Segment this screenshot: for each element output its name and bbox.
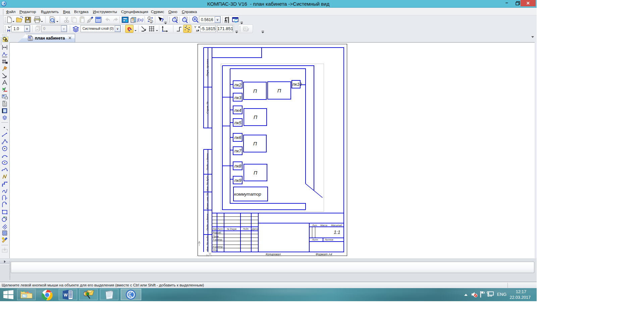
svg-text:Н.контр.: Н.контр. <box>213 245 223 248</box>
svg-text:Лист: Лист <box>217 228 223 230</box>
svg-text:пк8: пк8 <box>234 163 241 169</box>
svg-text:Разраб.: Разраб. <box>213 231 222 234</box>
svg-text:1:1: 1:1 <box>334 229 340 235</box>
svg-text:пк10: пк10 <box>292 82 302 87</box>
svg-text:1: 1 <box>149 17 150 20</box>
svg-text:пк3: пк3 <box>234 95 241 100</box>
svg-text:пк5: пк5 <box>234 120 241 125</box>
svg-text:Утв.: Утв. <box>212 249 218 252</box>
svg-text:П: П <box>254 114 257 120</box>
svg-text:№ докум.: № докум. <box>227 228 237 230</box>
svg-text:Дата: Дата <box>252 228 258 230</box>
svg-text:пк4: пк4 <box>234 108 241 113</box>
svg-text:пк7: пк7 <box>234 148 241 153</box>
svg-text:Подп. и дата: Подп. и дата <box>206 153 209 170</box>
svg-text:пк2: пк2 <box>234 82 241 87</box>
svg-text:пк6: пк6 <box>234 135 241 140</box>
svg-text:Масштаб: Масштаб <box>331 224 342 226</box>
svg-text:Взам. инв. №: Взам. инв. № <box>206 193 209 209</box>
svg-text:Листов: Листов <box>324 239 333 241</box>
svg-text:коммутатор: коммутатор <box>234 192 261 197</box>
svg-text:Лит.: Лит. <box>312 224 318 226</box>
svg-text:Лист: Лист <box>312 239 318 241</box>
svg-text:?: ? <box>161 17 164 23</box>
svg-text:Подп. и дата: Подп. и дата <box>206 213 209 230</box>
svg-text:2: 2 <box>151 20 152 23</box>
svg-text:f(x): f(x) <box>137 17 143 22</box>
svg-text:Перв. примен.: Перв. примен. <box>206 58 209 76</box>
svg-text:Изм: Изм <box>213 228 217 230</box>
svg-text:Пров.: Пров. <box>213 235 219 238</box>
svg-text:П: П <box>254 170 257 176</box>
svg-text:пк9: пк9 <box>234 178 241 183</box>
svg-text:П: П <box>253 141 257 146</box>
svg-text:Справ. №: Справ. № <box>206 101 209 114</box>
svg-text:Формат А4: Формат А4 <box>316 253 332 256</box>
svg-text:П: П <box>253 88 257 94</box>
svg-text:Копировал: Копировал <box>266 253 281 256</box>
svg-text:Инв. № дубл.: Инв. № дубл. <box>206 175 209 191</box>
svg-text:W: W <box>64 293 68 297</box>
svg-text:Подп.: Подп. <box>243 228 249 230</box>
svg-text:Инв. № подл.: Инв. № подл. <box>206 235 209 252</box>
svg-text:?: ? <box>132 17 134 21</box>
svg-text:Масса: Масса <box>320 224 327 226</box>
svg-text:Т.контр.: Т.контр. <box>213 238 223 241</box>
svg-text:П: П <box>277 88 281 93</box>
svg-text:X: X <box>196 29 198 32</box>
svg-text:Y: Y <box>194 25 196 29</box>
